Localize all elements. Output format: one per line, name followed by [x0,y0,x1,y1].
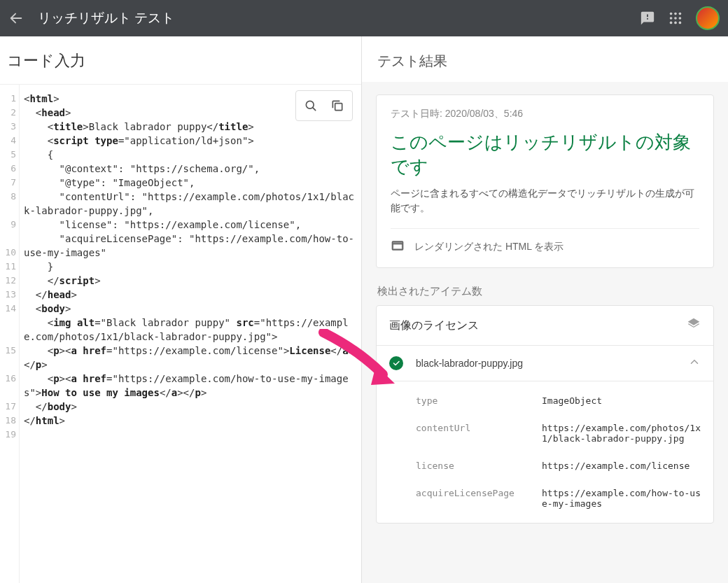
svg-point-1 [674,13,677,15]
apps-grid-icon[interactable] [668,10,683,26]
svg-point-2 [679,13,682,15]
test-timestamp: テスト日時: 2020/08/03、5:46 [391,108,699,120]
code-text[interactable]: <html> <head> <title>Black labrador pupp… [20,85,361,583]
header-right [640,6,720,30]
item-file-row[interactable]: black-labrador-puppy.jpg [377,346,713,381]
view-rendered-html-label: レンダリングされた HTML を表示 [414,241,564,253]
svg-point-4 [674,17,677,20]
back-arrow-icon[interactable] [8,10,24,26]
right-panel-title: テスト結果 [362,36,728,82]
svg-point-8 [679,22,682,24]
code-editor[interactable]: 1 2 3 4 5 6 7 8 9 10 11 12 13 14 15 16 1… [0,85,361,583]
svg-point-0 [670,13,673,15]
svg-rect-10 [335,104,342,111]
eligible-heading: このページはリッチリザルトの対象です [391,130,699,179]
svg-point-5 [679,17,682,20]
svg-point-6 [670,22,673,24]
webpage-icon [391,239,405,255]
page-title: リッチリザルト テスト [38,9,174,27]
code-toolbar [295,90,353,121]
check-icon [389,356,403,370]
item-title: 画像のライセンス [389,318,479,333]
prop-row: contentUrl https://example.com/photos/1x… [377,414,713,452]
header-left: リッチリザルト テスト [8,9,174,27]
view-rendered-html-button[interactable]: レンダリングされた HTML を表示 [391,228,699,255]
search-icon[interactable] [300,95,321,116]
left-panel-title: コード入力 [0,36,361,85]
line-gutter: 1 2 3 4 5 6 7 8 9 10 11 12 13 14 15 16 1… [0,85,20,583]
item-header[interactable]: 画像のライセンス [377,306,713,346]
eligible-description: ページに含まれるすべての構造化データでリッチリザルトの生成が可能です。 [391,186,699,216]
item-file-name: black-labrador-puppy.jpg [416,358,688,369]
right-panel: テスト結果 テスト日時: 2020/08/03、5:46 このページはリッチリザ… [362,36,728,583]
chevron-up-icon [688,356,701,371]
detected-items-label: 検出されたアイテム数 [377,285,713,298]
left-panel: コード入力 1 2 3 4 5 6 7 8 9 10 1 [0,36,362,583]
prop-row: acquireLicensePage https://example.com/h… [377,479,713,517]
svg-point-7 [674,22,677,24]
result-summary-card: テスト日時: 2020/08/03、5:46 このページはリッチリザルトの対象で… [376,94,714,268]
copy-icon[interactable] [327,95,348,116]
stack-icon [687,317,701,334]
prop-row: type ImageObject [377,387,713,414]
app-header: リッチリザルト テスト [0,0,728,36]
svg-point-3 [670,17,673,20]
detected-item-card: 画像のライセンス black-labrador-puppy.jpg type I… [376,305,714,524]
prop-row: license https://example.com/license [377,452,713,479]
properties-table: type ImageObject contentUrl https://exam… [377,381,713,523]
feedback-icon[interactable] [640,10,655,26]
avatar[interactable] [696,6,720,30]
